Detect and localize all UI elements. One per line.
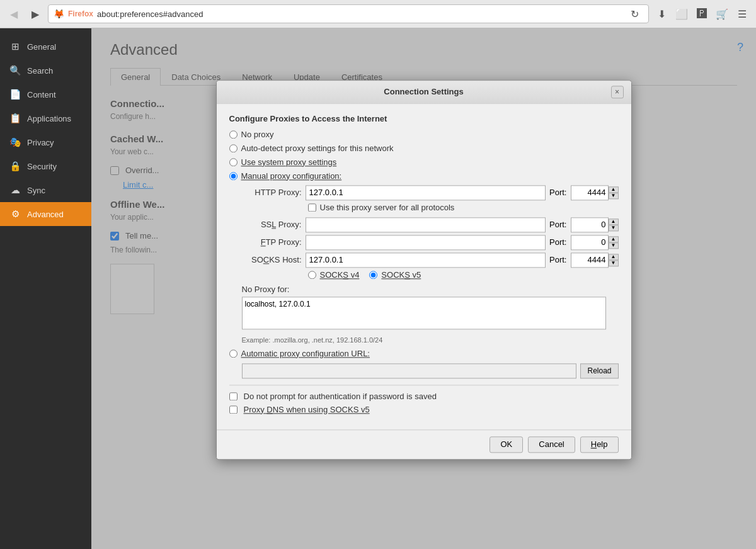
no-proxy-row: No proxy (229, 130, 619, 139)
ftp-port-up[interactable]: ▲ (609, 236, 619, 242)
auto-proxy-row: Automatic proxy configuration URL: (229, 349, 619, 358)
ssl-port-group: ▲ ▼ (571, 217, 619, 232)
ssl-port-label: Port: (549, 220, 566, 229)
shopping-button[interactable]: 🛒 (713, 5, 731, 23)
sidebar-label-applications: Applications (27, 114, 71, 123)
sidebar-label-content: Content (27, 90, 56, 99)
manual-proxy-radio[interactable] (229, 172, 238, 180)
downloads-button[interactable]: ⬇ (653, 5, 670, 23)
http-proxy-label: HTTP Proxy: (242, 188, 302, 197)
back-button[interactable]: ◀ (5, 5, 23, 23)
no-proxy-textarea[interactable]: localhost, 127.0.0.1 (242, 297, 606, 329)
ssl-proxy-row: SSL Proxy: Port: ▲ ▼ (242, 217, 619, 232)
sidebar-item-advanced[interactable]: ⚙ Advanced (0, 202, 91, 226)
reload-button[interactable]: Reload (580, 363, 618, 378)
forward-button[interactable]: ▶ (26, 5, 44, 23)
sidebar-item-general[interactable]: ⊞ General (0, 35, 91, 59)
no-auth-checkbox[interactable] (229, 392, 238, 400)
sidebar-label-general: General (27, 42, 56, 52)
auto-detect-label: Auto-detect proxy settings for this netw… (241, 144, 394, 153)
ftp-port-group: ▲ ▼ (571, 235, 619, 250)
general-icon: ⊞ (9, 41, 21, 52)
http-port-label: Port: (549, 188, 566, 197)
ssl-port-down[interactable]: ▼ (609, 225, 619, 231)
socks-v4-group: SOCKS v4 (308, 270, 360, 280)
ftp-port-spinners: ▲ ▼ (609, 236, 619, 249)
ftp-proxy-input[interactable] (306, 235, 546, 250)
connection-settings-dialog: Connection Settings × Configure Proxies … (216, 80, 632, 460)
no-proxy-radio[interactable] (229, 130, 238, 139)
socks-port-down[interactable]: ▼ (609, 260, 619, 266)
http-port-spinners: ▲ ▼ (609, 186, 619, 199)
ftp-port-input[interactable] (571, 235, 609, 250)
ssl-port-input[interactable] (571, 217, 609, 232)
dialog-section-title: Configure Proxies to Access the Internet (229, 114, 619, 123)
socks-host-label: SOCKS Host: (242, 255, 302, 264)
http-port-down[interactable]: ▼ (609, 193, 619, 199)
sidebar-label-security: Security (27, 162, 57, 171)
security-icon: 🔒 (9, 161, 21, 172)
privacy-icon: 🎭 (9, 137, 21, 148)
firefox-logo: 🦊 (54, 9, 64, 19)
ftp-port-down[interactable]: ▼ (609, 242, 619, 249)
sidebar-item-security[interactable]: 🔒 Security (0, 154, 91, 178)
dialog-buttons: OK Cancel Help (217, 429, 631, 459)
dialog-header: Connection Settings × (217, 81, 631, 104)
tabs-button[interactable]: ⬜ (673, 5, 690, 23)
menu-button[interactable]: ☰ (733, 5, 751, 23)
socks-host-row: SOCKS Host: Port: ▲ ▼ (242, 252, 619, 268)
no-auth-label: Do not prompt for authentication if pass… (244, 392, 437, 401)
pocket-button[interactable]: 🅿 (693, 5, 711, 23)
proxy-dns-row: Proxy DNS when using SOCKS v5 (229, 405, 619, 414)
proxy-dns-checkbox[interactable] (229, 405, 238, 414)
auto-proxy-input-row: Reload (242, 363, 619, 378)
ssl-proxy-input[interactable] (306, 217, 546, 232)
browser-body: ⊞ General 🔍 Search 📄 Content 📋 Applicati… (0, 28, 756, 549)
socks-host-input[interactable] (306, 252, 546, 268)
socks-version-row: SOCKS v4 SOCKS v5 (308, 270, 619, 280)
system-proxy-label: Use system proxy settings (241, 157, 337, 167)
example-text: Example: .mozilla.org, .net.nz, 192.168.… (242, 336, 619, 344)
footer-checkboxes: Do not prompt for authentication if pass… (229, 385, 619, 414)
sidebar-item-privacy[interactable]: 🎭 Privacy (0, 130, 91, 154)
http-port-input[interactable] (571, 185, 609, 200)
all-protocols-checkbox[interactable] (308, 203, 316, 212)
content-icon: 📄 (9, 89, 21, 100)
sidebar-item-content[interactable]: 📄 Content (0, 82, 91, 106)
preferences-main: Advanced ? General Data Choices Network … (91, 28, 756, 549)
firefox-label: Firefox (68, 9, 93, 18)
socks-v4-radio[interactable] (308, 271, 316, 279)
sidebar-label-privacy: Privacy (27, 138, 54, 147)
no-proxy-for-label: No Proxy for: (242, 285, 619, 294)
sidebar-item-sync[interactable]: ☁ Sync (0, 178, 91, 202)
proxy-dns-label: Proxy DNS when using SOCKS v5 (244, 405, 370, 414)
socks-v5-radio[interactable] (369, 271, 377, 279)
advanced-icon: ⚙ (9, 208, 21, 220)
http-port-up[interactable]: ▲ (609, 186, 619, 193)
url-text[interactable]: about:preferences#advanced (97, 9, 622, 19)
no-proxy-section: No Proxy for: localhost, 127.0.0.1 (229, 285, 619, 331)
no-proxy-label: No proxy (241, 130, 274, 139)
help-button[interactable]: Help (580, 436, 619, 453)
socks-port-up[interactable]: ▲ (609, 254, 619, 260)
socks-v4-label: SOCKS v4 (320, 270, 360, 280)
sidebar-label-sync: Sync (27, 186, 45, 195)
applications-icon: 📋 (9, 113, 21, 124)
dialog-close-button[interactable]: × (611, 86, 624, 98)
sidebar: ⊞ General 🔍 Search 📄 Content 📋 Applicati… (0, 28, 91, 549)
ok-button[interactable]: OK (490, 436, 523, 453)
auto-proxy-url-radio[interactable] (229, 349, 238, 358)
manual-proxy-row: Manual proxy configuration: (229, 171, 619, 181)
sidebar-item-applications[interactable]: 📋 Applications (0, 106, 91, 130)
ftp-proxy-label: FTP Proxy: (242, 237, 302, 247)
ssl-port-up[interactable]: ▲ (609, 218, 619, 225)
auto-proxy-url-input[interactable] (242, 363, 577, 378)
auto-detect-radio[interactable] (229, 144, 238, 152)
http-proxy-input[interactable] (306, 185, 546, 200)
sidebar-item-search[interactable]: 🔍 Search (0, 59, 91, 82)
socks-port-input[interactable] (571, 252, 609, 268)
reload-button[interactable]: ↻ (626, 5, 643, 23)
socks-v5-label: SOCKS v5 (381, 270, 421, 280)
system-proxy-radio[interactable] (229, 158, 238, 166)
cancel-button[interactable]: Cancel (528, 436, 575, 453)
